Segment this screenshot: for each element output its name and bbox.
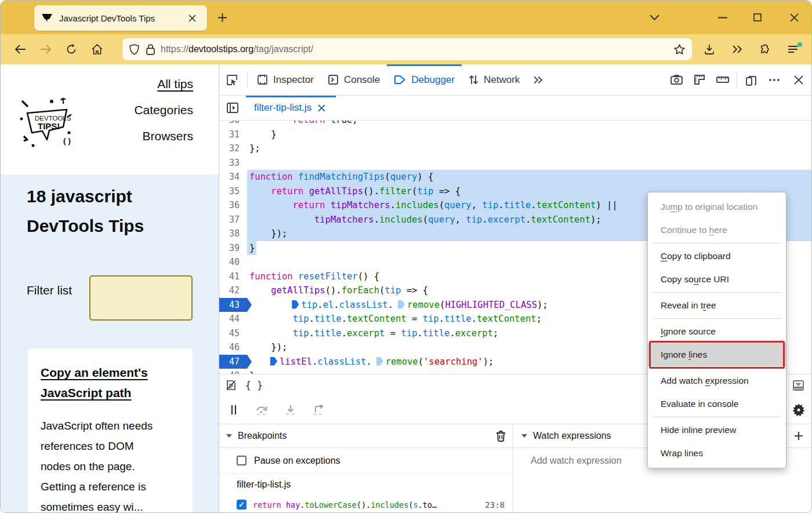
browser-tab[interactable]: Javascript DevTools Tips — [34, 5, 207, 31]
downloads-icon[interactable] — [695, 38, 723, 61]
inline-breakpoint-marker-light[interactable] — [398, 300, 405, 309]
line-number[interactable]: 34 — [219, 170, 247, 184]
add-watch-placeholder[interactable]: Add watch expression — [531, 456, 622, 465]
collapse-triangle-icon[interactable] — [226, 434, 232, 438]
bookmark-star-icon[interactable] — [674, 44, 685, 54]
code-line-content[interactable] — [247, 156, 811, 170]
toolbar-overflow-icon[interactable] — [723, 38, 751, 61]
responsive-design-icon[interactable] — [740, 64, 763, 95]
add-watch-plus-icon[interactable] — [785, 424, 811, 447]
shield-icon[interactable] — [129, 44, 139, 55]
pause-button[interactable] — [219, 396, 248, 424]
tab-network[interactable]: Network — [462, 64, 527, 95]
line-number[interactable]: 33 — [219, 156, 247, 170]
code-line-content[interactable]: function findMatchingTips(query) { — [247, 170, 811, 184]
footer-panel-toggle-icon[interactable] — [785, 374, 811, 396]
menu-item-reveal-in-tree[interactable]: Reveal in tree — [648, 294, 786, 317]
close-window-button[interactable] — [781, 1, 807, 34]
line-number[interactable]: 31 — [219, 128, 247, 142]
line-number[interactable]: 30 — [219, 121, 247, 128]
collapse-triangle-icon[interactable] — [521, 434, 527, 438]
line-number[interactable]: 44 — [219, 312, 247, 326]
breakpoint-enabled-checkbox[interactable]: ✓ — [237, 500, 246, 510]
forward-button[interactable] — [33, 38, 59, 61]
menu-item-add-watch-expression[interactable]: Add watch expression — [648, 369, 786, 392]
line-number[interactable]: 36 — [219, 198, 247, 213]
menu-item-copy-to-clipboard[interactable]: Copy to clipboard — [648, 245, 786, 268]
line-number[interactable]: 37 — [219, 213, 247, 227]
line-number[interactable]: 41 — [219, 270, 247, 284]
meatball-menu-icon[interactable] — [763, 64, 786, 95]
filter-list-input[interactable] — [89, 275, 193, 321]
list-tabs-button[interactable] — [641, 1, 667, 34]
line-number[interactable]: 38 — [219, 227, 247, 241]
back-button[interactable] — [8, 38, 33, 61]
breakpoint-entry[interactable]: ✓ return hay.toLowerCase().includes(s.to… — [219, 495, 513, 513]
code-line-content[interactable]: return true; — [247, 121, 811, 128]
line-number[interactable]: 48 — [219, 369, 247, 374]
breakpoint-gutter-marker[interactable]: 47 — [219, 355, 247, 369]
breakpoint-gutter-marker[interactable]: 43 — [219, 298, 247, 312]
line-number[interactable]: 40 — [219, 255, 247, 270]
tab-console[interactable]: Console — [321, 64, 387, 95]
line-number[interactable]: 39 — [219, 241, 247, 256]
line-number[interactable]: 32 — [219, 141, 247, 156]
menu-hamburger-icon[interactable] — [779, 38, 807, 61]
ruler-icon[interactable] — [711, 64, 734, 95]
nav-link-categories[interactable]: Categories — [134, 103, 193, 117]
screenshot-camera-icon[interactable] — [665, 64, 688, 95]
line-number[interactable]: 42 — [219, 283, 247, 298]
pause-on-exceptions-row[interactable]: Pause on exceptions — [219, 448, 513, 474]
menu-item-ignore-lines[interactable]: Ignore lines — [648, 343, 786, 366]
menu-item-jump-to-original-location[interactable]: Jump to original location — [648, 195, 786, 219]
url-text[interactable]: https://devtoolstips.org/tag/javascript/ — [161, 44, 313, 54]
debugger-settings-gear-icon[interactable] — [785, 396, 811, 424]
ignore-source-icon[interactable] — [219, 374, 242, 396]
breakpoints-header[interactable]: Breakpoints — [219, 424, 513, 447]
pretty-print-button[interactable]: { } — [242, 374, 266, 396]
tip-card-title-link[interactable]: Copy an element'sJavaScript path — [41, 362, 180, 403]
measure-corner-ruler-icon[interactable] — [688, 64, 711, 95]
menu-item-evaluate-in-console[interactable]: Evaluate in console — [648, 392, 786, 416]
url-bar[interactable]: https://devtoolstips.org/tag/javascript/ — [122, 38, 692, 60]
line-number[interactable]: 46 — [219, 340, 247, 355]
extensions-puzzle-icon[interactable] — [751, 38, 779, 61]
code-line-content[interactable]: } — [247, 128, 811, 142]
pick-element-icon[interactable] — [219, 64, 245, 95]
pause-on-exceptions-checkbox[interactable] — [237, 456, 246, 465]
breakpoint-file-name[interactable]: filter-tip-list.js — [219, 474, 513, 495]
nav-link-all-tips[interactable]: All tips — [134, 77, 193, 91]
tab-close-icon[interactable] — [184, 10, 200, 26]
lock-icon[interactable] — [146, 44, 155, 55]
maximize-button[interactable] — [745, 1, 770, 34]
nav-link-browsers[interactable]: Browsers — [134, 129, 193, 143]
inline-breakpoint-marker-light[interactable] — [376, 357, 383, 366]
remove-breakpoints-trash-icon[interactable] — [496, 431, 506, 442]
source-tab-close-icon[interactable] — [318, 104, 325, 112]
devtools-tips-logo[interactable]: DEVTOOLS TIPS! () — [16, 94, 75, 152]
tab-debugger[interactable]: Debugger — [387, 64, 462, 95]
code-line-content[interactable]: } — [247, 241, 256, 256]
menu-item-hide-inline-preview[interactable]: Hide inline preview — [648, 419, 786, 442]
reload-button[interactable] — [59, 38, 84, 61]
inline-breakpoint-marker[interactable] — [292, 300, 299, 309]
minimize-button[interactable] — [710, 1, 735, 34]
new-tab-button[interactable] — [214, 9, 230, 26]
more-tabs-chevron-icon[interactable] — [527, 64, 550, 95]
menu-item-wrap-lines[interactable]: Wrap lines — [648, 442, 786, 465]
menu-item-copy-source-uri[interactable]: Copy source URI — [648, 268, 786, 291]
sources-sidebar-toggle-icon[interactable] — [219, 96, 246, 120]
step-out-button[interactable] — [304, 396, 333, 424]
tab-inspector[interactable]: Inspector — [250, 64, 321, 95]
line-number[interactable]: 45 — [219, 326, 247, 341]
source-tab-filter-tip-list[interactable]: filter-tip-list.js — [246, 96, 336, 120]
code-line-content[interactable]: }; — [247, 141, 811, 156]
home-button[interactable] — [84, 38, 110, 61]
inline-breakpoint-marker[interactable] — [270, 357, 277, 366]
step-over-button[interactable] — [248, 396, 276, 424]
menu-item-ignore-source[interactable]: Ignore source — [648, 320, 786, 343]
step-in-button[interactable] — [276, 396, 304, 424]
close-devtools-icon[interactable] — [786, 64, 811, 95]
line-number[interactable]: 35 — [219, 184, 247, 199]
menu-item-continue-to-here[interactable]: Continue to here — [648, 219, 786, 242]
